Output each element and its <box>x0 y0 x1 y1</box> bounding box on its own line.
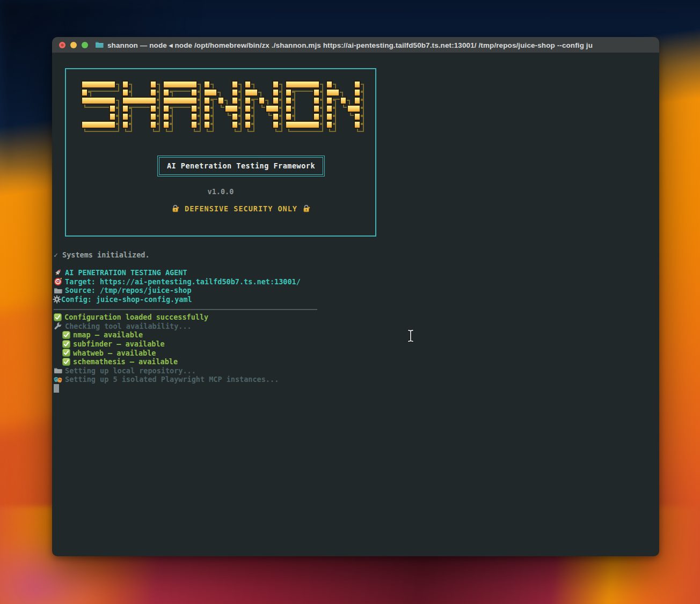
banner-box: AI Penetration Testing Framework v1.0.0 … <box>65 68 376 237</box>
status-line: subfinder — available <box>54 340 659 349</box>
logo-letter <box>326 80 361 129</box>
logo-letter <box>163 80 198 129</box>
check-icon <box>62 331 70 339</box>
wrench-icon <box>54 322 62 330</box>
proxy-folder-icon <box>95 41 104 49</box>
rocket-icon <box>54 268 62 277</box>
framework-label: AI Penetration Testing Framework <box>167 161 315 170</box>
source-line: Source:/tmp/repos/juice-shop <box>54 286 659 295</box>
window-title: shannon — node ◂ node /opt/homebrew/bin/… <box>107 41 654 49</box>
status-line: Setting up 5 isolated Playwright MCP ins… <box>54 375 659 384</box>
status-line: Setting up local repository... <box>54 366 659 375</box>
systems-initialized-line: ✓Systems initialized. <box>54 251 659 260</box>
masks-icon <box>54 375 62 384</box>
logo-letter <box>285 80 320 129</box>
checkmark-glyph: ✓ <box>54 251 61 260</box>
terminal-log: ✓Systems initialized. AI PENETRATION TES… <box>54 251 659 393</box>
status-line: schemathesis — available <box>54 357 659 366</box>
divider-line <box>54 304 659 313</box>
shannon-ascii-logo <box>81 80 361 132</box>
titlebar[interactable]: shannon — node ◂ node /opt/homebrew/bin/… <box>52 37 659 53</box>
status-line: Configuration loaded successfully <box>54 313 659 322</box>
target-line: Target:https://ai-pentesting.tailfd50b7.… <box>54 277 659 286</box>
framework-label-box: AI Penetration Testing Framework <box>159 157 323 175</box>
logo-letter <box>244 80 279 129</box>
status-line: Checking tool availability... <box>54 322 659 331</box>
agent-heading-line: AI PENETRATION TESTING AGENT <box>54 268 659 277</box>
check-icon <box>62 340 70 348</box>
status-line: whatweb — available <box>54 349 659 358</box>
terminal-cursor <box>54 384 59 393</box>
check-icon <box>62 349 70 357</box>
divider-rule <box>54 309 317 310</box>
check-icon <box>54 313 62 321</box>
status-lines: Configuration loaded successfullyCheckin… <box>54 313 659 384</box>
terminal-window: shannon — node ◂ node /opt/homebrew/bin/… <box>52 37 659 556</box>
check-icon <box>62 358 70 366</box>
logo-letter <box>81 80 116 129</box>
desktop: shannon — node ◂ node /opt/homebrew/bin/… <box>0 0 700 604</box>
cursor-line <box>54 384 659 393</box>
logo-letter <box>203 80 238 129</box>
config-line: Config:juice-shop-config.yaml <box>54 295 659 304</box>
lock-icon <box>302 204 311 213</box>
lock-icon <box>171 204 180 213</box>
close-button[interactable] <box>59 42 65 48</box>
minimize-button[interactable] <box>70 42 77 48</box>
gear-icon <box>53 295 61 304</box>
blank-line <box>54 260 659 269</box>
folder-icon <box>54 286 62 295</box>
status-line: nmap — available <box>54 330 659 340</box>
target-icon <box>54 277 62 286</box>
security-notice: DEFENSIVE SECURITY ONLY <box>171 204 311 213</box>
terminal-content[interactable]: AI Penetration Testing Framework v1.0.0 … <box>52 53 659 556</box>
folder-icon <box>54 366 62 375</box>
security-notice-text: DEFENSIVE SECURITY ONLY <box>185 204 297 213</box>
zoom-button[interactable] <box>82 42 88 48</box>
logo-letter <box>122 80 157 129</box>
version-label: v1.0.0 <box>208 187 234 196</box>
